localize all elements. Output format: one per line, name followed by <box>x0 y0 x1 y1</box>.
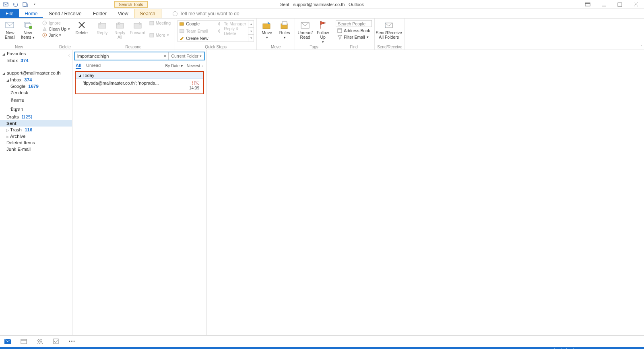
tab-folder[interactable]: Folder <box>87 9 112 18</box>
new-email-button[interactable]: New Email <box>2 20 18 39</box>
unread-read-button[interactable]: Unread/ Read <box>297 20 313 39</box>
sort-newest[interactable]: Newest ↓ <box>187 64 203 68</box>
ribbon-group-respond-label: Respond <box>95 44 172 49</box>
quick-access-toolbar: ▾ <box>0 1 38 8</box>
svg-point-11 <box>29 26 32 29</box>
qs-scroll[interactable]: ▴▾▾ <box>248 21 254 42</box>
new-items-icon <box>22 20 33 30</box>
reply-all-button: Reply All <box>112 20 128 39</box>
tab-view[interactable]: View <box>112 9 134 18</box>
tab-file[interactable]: File <box>0 9 19 18</box>
account-header[interactable]: ◢support@mailmaster.co.th <box>0 69 72 77</box>
delete-button[interactable]: Delete <box>74 20 89 35</box>
tab-search[interactable]: Search <box>134 9 161 18</box>
importance-high-icon: ! <box>192 81 194 85</box>
switch-calendar-icon[interactable] <box>20 338 27 345</box>
undo-icon[interactable] <box>12 1 19 8</box>
close-icon[interactable] <box>628 0 644 9</box>
search-scope-dropdown[interactable]: Current Folder▾ <box>168 52 204 60</box>
cleanup-button[interactable]: Clean Up ▾ <box>41 26 72 32</box>
ribbon-group-find: Address Book Filter Email ▾ Find <box>333 19 375 50</box>
filter-email-button[interactable]: Filter Email ▾ <box>336 34 372 40</box>
follow-up-label: Follow Up▾ <box>315 31 330 44</box>
folder-search-input[interactable] <box>75 52 161 60</box>
move-icon <box>261 20 272 30</box>
svg-point-39 <box>40 340 42 342</box>
new-items-label: New Items ▾ <box>20 31 35 40</box>
qat-customize-icon[interactable]: ▾ <box>31 1 38 8</box>
minimize-icon[interactable] <box>596 0 612 9</box>
nav-item-google[interactable]: Google 1679 <box>0 83 72 89</box>
maximize-icon[interactable] <box>612 0 628 9</box>
svg-rect-40 <box>54 339 58 344</box>
tell-me-box[interactable]: Tell me what you want to do <box>173 9 239 18</box>
address-book-button[interactable]: Address Book <box>336 28 372 33</box>
message-item[interactable]: 'tipyada@mailmaster.co.th'; 'noprada... … <box>76 79 203 91</box>
svg-point-15 <box>44 35 45 36</box>
new-items-button[interactable]: New Items ▾ <box>20 20 35 40</box>
address-book-label: Address Book <box>344 28 370 33</box>
ribbon-group-move: Move▾ Rules▾ Move <box>257 19 295 50</box>
cleanup-label: Clean Up <box>49 27 66 31</box>
send-receive-all-label: Send/Receive All Folders <box>376 31 402 39</box>
nav-item-deleted-items[interactable]: Deleted Items <box>0 139 72 146</box>
send-receive-icon <box>383 20 394 30</box>
nav-item-inbox[interactable]: ◢Inbox 374 <box>0 77 72 83</box>
follow-up-button[interactable]: Follow Up▾ <box>315 20 330 44</box>
nav-item-zendesk[interactable]: Zendesk <box>0 89 72 96</box>
unread-read-label: Unread/ Read <box>297 31 313 39</box>
favorites-header[interactable]: ◢Favorites <box>0 50 72 57</box>
ribbon-group-quicksteps: Google To Manager Team Email Reply & Del… <box>175 19 257 50</box>
date-group-today[interactable]: ◢Today <box>76 72 203 79</box>
switch-tasks-icon[interactable] <box>52 338 60 345</box>
nav-item-sent[interactable]: Sent <box>0 120 72 127</box>
svg-rect-36 <box>21 339 27 344</box>
ribbon-group-tags: Unread/ Read Follow Up▾ Tags <box>295 19 333 50</box>
new-email-icon <box>4 20 16 30</box>
quick-steps-gallery[interactable]: Google To Manager Team Email Reply & Del… <box>178 20 254 42</box>
qat-send-receive-icon[interactable] <box>2 1 9 8</box>
tracking-icon <box>194 81 199 85</box>
switch-people-icon[interactable] <box>36 338 43 345</box>
title-bar: ▾ Search Tools Sent - support@mailmaster… <box>0 0 644 9</box>
tab-home[interactable]: Home <box>19 9 43 18</box>
filter-unread[interactable]: Unread <box>86 63 101 69</box>
svg-rect-21 <box>150 21 154 25</box>
nav-item-ปัญหา[interactable]: ปัญหา <box>0 105 72 114</box>
rules-button[interactable]: Rules▾ <box>277 20 292 40</box>
nav-item-trash[interactable]: ▷Trash 116 <box>0 127 72 133</box>
nav-item-ติดตาม[interactable]: ติดตาม <box>0 96 72 105</box>
switch-mail-icon[interactable] <box>4 338 11 345</box>
search-people-input[interactable] <box>336 20 372 27</box>
ribbon-display-options-icon[interactable] <box>580 0 596 9</box>
move-button[interactable]: Move▾ <box>259 20 275 40</box>
send-receive-all-button[interactable]: Send/Receive All Folders <box>377 20 400 39</box>
ribbon-tabs: File Home Send / Receive Folder View Sea… <box>0 9 644 19</box>
ribbon-group-delete-label: Delete <box>41 44 89 49</box>
fav-inbox[interactable]: Inbox 374 <box>0 57 72 64</box>
sort-by-date[interactable]: By Date ▾ <box>165 64 183 68</box>
status-bar: Items: 1 Connected − + 100% <box>0 347 644 349</box>
svg-rect-5 <box>618 3 622 6</box>
collapse-ribbon-icon[interactable]: ˄ <box>640 44 642 49</box>
nav-item-junk-e-mail[interactable]: Junk E-mail <box>0 146 72 152</box>
svg-rect-3 <box>585 3 590 4</box>
collapse-nav-icon[interactable]: ‹ <box>68 53 70 58</box>
filter-email-label: Filter Email <box>344 35 365 39</box>
qs-google[interactable]: Google <box>180 21 214 26</box>
nav-item-archive[interactable]: ▷Archive <box>0 133 72 139</box>
qs-create-new[interactable]: Create New <box>180 36 214 41</box>
folder-search-box[interactable]: ✕ Current Folder▾ <box>74 52 205 60</box>
switch-more-icon[interactable]: ··· <box>68 338 76 345</box>
ribbon-group-move-label: Move <box>259 44 292 49</box>
ignore-button: Ignore <box>41 20 72 26</box>
clear-search-icon[interactable]: ✕ <box>161 52 168 60</box>
nav-item-drafts[interactable]: Drafts [125] <box>0 114 72 120</box>
tab-send-receive[interactable]: Send / Receive <box>43 9 87 18</box>
filter-all[interactable]: All <box>76 63 81 69</box>
junk-button[interactable]: Junk ▾ <box>41 32 72 38</box>
svg-point-38 <box>38 340 40 342</box>
message-recipients: 'tipyada@mailmaster.co.th'; 'noprada... <box>83 81 189 90</box>
svg-rect-27 <box>282 22 287 25</box>
qat-more-icon[interactable] <box>22 1 28 8</box>
